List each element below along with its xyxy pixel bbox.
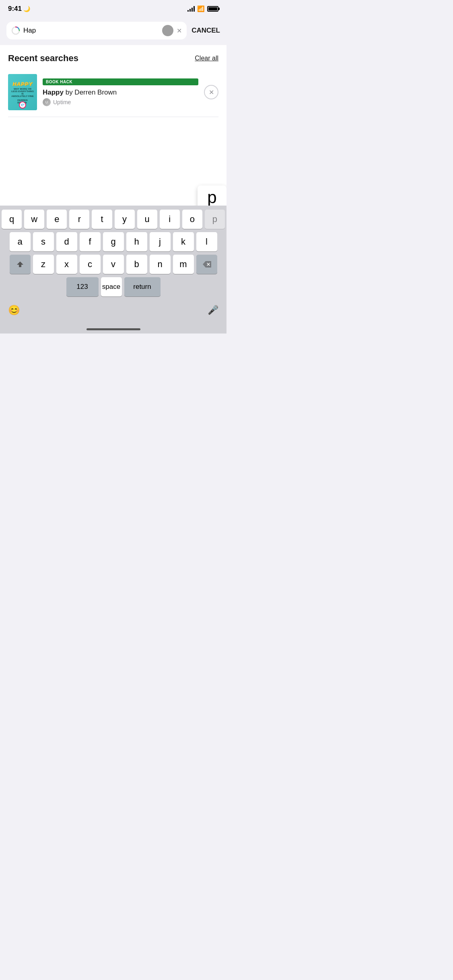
search-bar-container: Hap ✕ CANCEL (0, 18, 226, 45)
key-v[interactable]: v (103, 255, 124, 274)
book-hack-badge: BOOK HACK (43, 78, 198, 85)
item-title-bold: Happy (43, 89, 64, 96)
home-bar (86, 328, 140, 330)
keyboard-row-4: 123 space return (2, 277, 225, 296)
search-loader-icon (11, 26, 20, 35)
remove-item-button[interactable]: ✕ (204, 85, 218, 99)
key-h[interactable]: h (126, 232, 147, 251)
key-u[interactable]: u (137, 210, 157, 229)
key-l[interactable]: l (196, 232, 217, 251)
key-o[interactable]: o (182, 210, 202, 229)
search-clear-button[interactable]: ✕ (177, 27, 182, 35)
item-source-label: Uptime (53, 99, 71, 105)
key-x[interactable]: x (56, 255, 77, 274)
cancel-button[interactable]: CANCEL (191, 27, 220, 35)
key-q[interactable]: q (2, 210, 22, 229)
key-t[interactable]: t (92, 210, 112, 229)
keyboard-row-2: a s d f g h j k l (2, 232, 225, 251)
clear-all-button[interactable]: Clear all (195, 55, 218, 62)
item-info: BOOK HACK Happy by Derren Brown U Uptime (43, 78, 198, 106)
space-key[interactable]: space (101, 277, 122, 296)
emoji-button[interactable]: 😊 (8, 305, 20, 316)
microphone-button[interactable]: 🎤 (208, 305, 218, 315)
uptime-logo: U (43, 98, 51, 106)
recent-searches-header: Recent searches Clear all (8, 53, 218, 64)
list-item[interactable]: HAPPY WHY MORE OR LESS EVERYTHING ISABSO… (8, 72, 218, 117)
key-c[interactable]: c (80, 255, 101, 274)
search-microphone-button[interactable] (162, 25, 173, 36)
search-input[interactable]: Hap (23, 27, 159, 35)
key-j[interactable]: j (150, 232, 171, 251)
key-e[interactable]: e (47, 210, 67, 229)
battery-icon (207, 6, 218, 12)
shift-key[interactable] (10, 255, 31, 274)
key-d[interactable]: d (56, 232, 77, 251)
key-r[interactable]: r (69, 210, 89, 229)
popup-letter: p (207, 188, 216, 207)
keyboard-bottom: 😊 🎤 (0, 301, 226, 322)
search-input-wrapper[interactable]: Hap ✕ (6, 22, 187, 39)
keyboard-row-1: q w e r t y u i o p (2, 210, 225, 229)
numbers-key[interactable]: 123 (66, 277, 99, 296)
status-bar: 9:41 🌙 📶 (0, 0, 226, 18)
key-s[interactable]: s (33, 232, 54, 251)
status-icons: 📶 (187, 5, 218, 12)
item-title-rest: by Derren Brown (64, 89, 117, 96)
key-m[interactable]: m (173, 255, 194, 274)
return-key[interactable]: return (124, 277, 161, 296)
book-cover: HAPPY WHY MORE OR LESS EVERYTHING ISABSO… (8, 74, 37, 110)
delete-key[interactable] (196, 255, 217, 274)
key-i[interactable]: i (160, 210, 180, 229)
book-title-art: HAPPY (12, 81, 33, 87)
key-n[interactable]: n (150, 255, 171, 274)
close-icon: ✕ (209, 89, 214, 96)
item-title: Happy by Derren Brown (43, 89, 198, 97)
item-source: U Uptime (43, 98, 198, 106)
main-content: Recent searches Clear all HAPPY WHY MORE… (0, 45, 226, 117)
signal-bars-icon (187, 6, 195, 12)
key-a[interactable]: a (10, 232, 31, 251)
recent-searches-title: Recent searches (8, 53, 78, 64)
key-y[interactable]: y (115, 210, 135, 229)
keyboard-row-3: z x c v b n m (2, 255, 225, 274)
key-w[interactable]: w (24, 210, 44, 229)
key-b[interactable]: b (126, 255, 147, 274)
empty-space (0, 117, 226, 206)
key-p[interactable]: p (205, 210, 225, 229)
key-f[interactable]: f (80, 232, 101, 251)
status-time: 9:41 (8, 5, 22, 13)
moon-icon: 🌙 (23, 6, 30, 12)
key-k[interactable]: k (173, 232, 194, 251)
premium-badge: 💎 (19, 101, 26, 109)
wifi-icon: 📶 (197, 5, 205, 12)
home-indicator (0, 322, 226, 334)
key-z[interactable]: z (33, 255, 54, 274)
keyboard[interactable]: q w e r t y u i o p a s d f g h j k l z … (0, 206, 226, 301)
key-g[interactable]: g (103, 232, 124, 251)
